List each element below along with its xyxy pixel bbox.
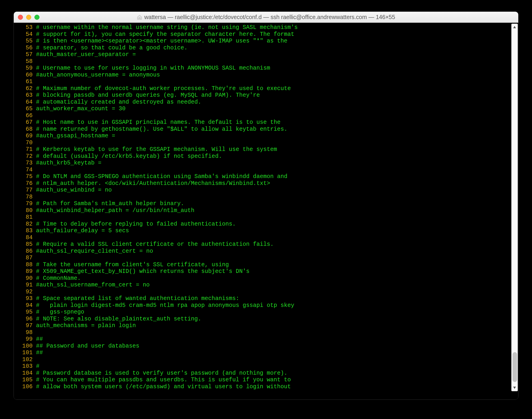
code-line: 81 [19, 214, 508, 221]
code-line: 95# gss-spnego [19, 309, 508, 316]
line-text: auth_worker_max_count = 30 [36, 105, 125, 112]
terminal-text[interactable]: 53# username within the normal username … [15, 24, 517, 390]
line-number: 61 [19, 78, 36, 85]
line-text: # You can have multiple passdbs and user… [36, 377, 291, 383]
terminal-window: wattersa — raellic@justice:/etc/dovecot/… [13, 12, 519, 400]
code-line: 106# allow both system users (/etc/passw… [19, 383, 508, 390]
code-line: 99## [19, 336, 508, 343]
line-number: 88 [19, 262, 36, 268]
code-line: 92 [19, 288, 508, 295]
line-number: 105 [19, 377, 36, 383]
code-line: 77#auth_use_winbind = no [19, 187, 508, 194]
line-number: 90 [19, 275, 36, 282]
code-line: 82# Time to delay before replying to fai… [19, 221, 508, 228]
scrollbar[interactable] [511, 24, 518, 391]
line-number: 103 [19, 363, 36, 370]
line-text: #auth_winbind_helper_path = /usr/bin/ntl… [36, 207, 194, 214]
code-line: 62# Maximum number of dovecot-auth worke… [19, 85, 508, 92]
line-number: 98 [19, 329, 36, 336]
line-text: #auth_krb5_keytab = [36, 160, 101, 166]
code-line: 53# username within the normal username … [19, 24, 508, 31]
line-text: #auth_use_winbind = no [36, 187, 112, 193]
line-number: 97 [19, 322, 36, 329]
line-text: # Time to delay before replying to faile… [36, 221, 236, 227]
line-number: 54 [19, 31, 36, 38]
line-text: ## [36, 336, 43, 342]
line-text: # separator, so that could be a good cho… [36, 45, 187, 51]
line-text: # Path for Samba's ntlm_auth helper bina… [36, 200, 184, 207]
code-line: 71# Kerberos keytab to use for the GSSAP… [19, 146, 508, 153]
code-line: 93# Space separated list of wanted authe… [19, 295, 508, 302]
line-text: # CommonName. [36, 275, 81, 282]
line-text: # is then <username><separator><master u… [36, 38, 287, 44]
line-text: # blocking passdb and userdb queries (eg… [36, 92, 260, 99]
zoom-button[interactable] [34, 15, 39, 20]
close-button[interactable] [18, 15, 23, 20]
line-number: 82 [19, 221, 36, 228]
line-number: 92 [19, 288, 36, 295]
line-number: 91 [19, 282, 36, 288]
code-line: 97auth_mechanisms = plain login [19, 322, 508, 329]
code-line: 69#auth_gssapi_hostname = [19, 132, 508, 139]
line-text: ## Password and user databases [36, 343, 139, 349]
line-text: # default (usually /etc/krb5.keytab) if … [36, 153, 222, 160]
traffic-lights [18, 15, 39, 20]
line-number: 81 [19, 214, 36, 221]
line-number: 71 [19, 146, 36, 153]
line-text: # Maximum number of dovecot-auth worker … [36, 85, 291, 92]
code-line: 105# You can have multiple passdbs and u… [19, 377, 508, 383]
code-line: 65auth_worker_max_count = 30 [19, 105, 508, 112]
line-text: # username within the normal username st… [36, 24, 298, 31]
code-line: 59# Username to use for users logging in… [19, 65, 508, 72]
terminal-body[interactable]: 53# username within the normal username … [14, 23, 518, 399]
line-number: 77 [19, 187, 36, 194]
code-line: 98 [19, 329, 508, 336]
line-number: 55 [19, 38, 36, 45]
line-number: 84 [19, 234, 36, 241]
line-number: 79 [19, 200, 36, 207]
line-text: # Do NTLM and GSS-SPNEGO authentication … [36, 173, 287, 180]
scrollbar-thumb[interactable] [512, 352, 517, 382]
line-text: # Take the username from client's SSL ce… [36, 262, 229, 268]
line-text: ## [36, 349, 43, 356]
line-text: # Kerberos keytab to use for the GSSAPI … [36, 146, 277, 153]
line-number: 66 [19, 112, 36, 119]
scroll-up-arrow[interactable] [512, 24, 518, 30]
line-number: 99 [19, 336, 36, 343]
code-line: 72# default (usually /etc/krb5.keytab) i… [19, 153, 508, 160]
titlebar[interactable]: wattersa — raellic@justice:/etc/dovecot/… [14, 12, 518, 23]
code-line: 80#auth_winbind_helper_path = /usr/bin/n… [19, 207, 508, 214]
code-line: 100## Password and user databases [19, 343, 508, 350]
line-text: # Host name to use in GSSAPI principal n… [36, 119, 281, 126]
line-text: #auth_ssl_username_from_cert = no [36, 282, 150, 288]
line-number: 69 [19, 132, 36, 139]
line-text: #auth_gssapi_hostname = [36, 132, 115, 139]
line-number: 93 [19, 295, 36, 302]
code-line: 76# ntlm_auth helper. <doc/wiki/Authenti… [19, 180, 508, 187]
line-number: 65 [19, 105, 36, 112]
line-number: 58 [19, 58, 36, 65]
line-text: # Space separated list of wanted authent… [36, 295, 239, 302]
window-title-area: wattersa — raellic@justice:/etc/dovecot/… [18, 14, 514, 20]
line-number: 59 [19, 65, 36, 72]
line-text: #auth_ssl_require_client_cert = no [36, 248, 153, 255]
line-text: # allow both system users (/etc/passwd) … [36, 383, 291, 390]
code-line: 57#auth_master_user_separator = [19, 51, 508, 58]
line-text: # Username to use for users logging in w… [36, 65, 270, 71]
line-text: # plain login digest-md5 cram-md5 ntlm r… [36, 302, 294, 309]
code-line: 94# plain login digest-md5 cram-md5 ntlm… [19, 302, 508, 309]
line-number: 100 [19, 343, 36, 350]
line-number: 102 [19, 356, 36, 363]
line-text: auth_mechanisms = plain login [36, 322, 136, 329]
line-number: 89 [19, 268, 36, 275]
home-icon [137, 14, 142, 20]
code-line: 63# blocking passdb and userdb queries (… [19, 92, 508, 99]
line-number: 73 [19, 160, 36, 167]
window-title: wattersa — raellic@justice:/etc/dovecot/… [144, 14, 395, 20]
line-text: # Require a valid SSL client certificate… [36, 241, 273, 248]
line-number: 76 [19, 180, 36, 187]
code-line: 75# Do NTLM and GSS-SPNEGO authenticatio… [19, 173, 508, 180]
scroll-down-arrow[interactable] [512, 385, 518, 391]
code-line: 64# automatically created and destroyed … [19, 99, 508, 106]
minimize-button[interactable] [26, 15, 31, 20]
